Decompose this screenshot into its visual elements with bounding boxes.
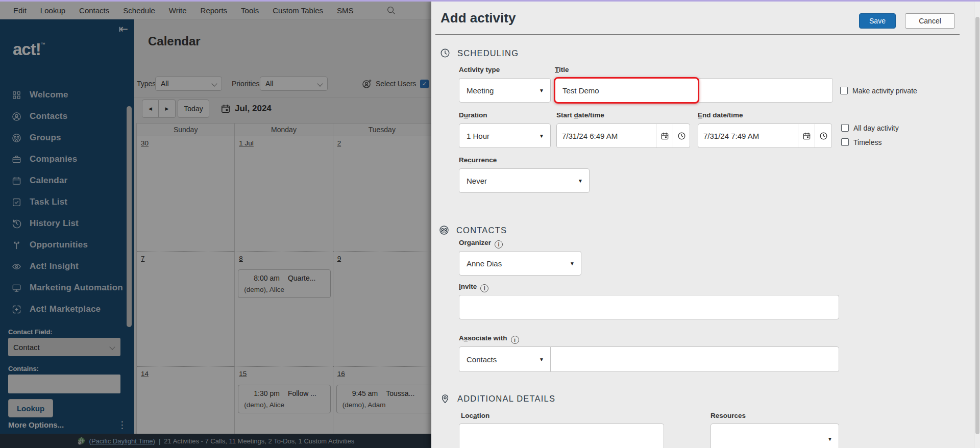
location-field-wrap (459, 424, 664, 448)
organizer-value: Anne Dias (467, 259, 502, 268)
dim-overlay (0, 0, 431, 448)
info-icon[interactable] (511, 336, 519, 344)
end-datetime-input[interactable] (698, 124, 798, 147)
associate-type-dropdown[interactable]: Contacts (459, 346, 551, 372)
resources-dropdown[interactable] (710, 424, 839, 448)
recurrence-label: Recurrence (459, 156, 497, 164)
duration-value: 1 Hour (467, 132, 489, 140)
start-datetime-input[interactable] (557, 124, 656, 147)
contacts-group-icon (438, 225, 450, 236)
location-label: Location (461, 412, 489, 419)
recurrence-value: Never (467, 177, 487, 185)
modal-title: Add activity (440, 10, 516, 26)
end-datetime-field (698, 123, 832, 148)
start-datetime-field (556, 123, 690, 148)
info-icon[interactable] (495, 240, 503, 248)
organizer-dropdown[interactable]: Anne Dias (459, 251, 581, 276)
start-time-picker-icon[interactable] (673, 124, 690, 147)
end-time-picker-icon[interactable] (815, 124, 831, 147)
additional-details-section-header: ADDITIONAL DETAILS (439, 393, 555, 404)
all-day-label: All day activity (853, 124, 899, 132)
additional-details-heading: ADDITIONAL DETAILS (457, 394, 555, 404)
activity-type-dropdown[interactable]: Meeting (459, 78, 551, 103)
background-app: Edit Lookup Contacts Schedule Write Repo… (0, 0, 431, 448)
title-field-wrap (555, 78, 833, 103)
make-private-checkbox[interactable] (840, 87, 848, 94)
page-scrollbar-thumb[interactable] (975, 17, 979, 434)
associate-input[interactable] (551, 347, 839, 371)
all-day-checkbox[interactable] (841, 124, 849, 132)
window-accent-strip (0, 0, 980, 2)
make-private-label: Make activity private (852, 87, 917, 95)
scheduling-heading: SCHEDULING (457, 48, 519, 58)
contacts-heading: CONTACTS (456, 226, 507, 235)
save-button[interactable]: Save (859, 13, 896, 29)
title-input[interactable] (555, 79, 832, 102)
invite-field-wrap (459, 295, 839, 319)
invite-input[interactable] (459, 295, 839, 319)
timeless-checkbox[interactable] (841, 138, 849, 146)
timeless-label: Timeless (853, 138, 882, 146)
end-datetime-label: End date/time (698, 111, 743, 119)
add-activity-panel: Add activity Save Cancel SCHEDULING Acti… (431, 0, 974, 448)
page-scrollbar[interactable] (974, 0, 980, 448)
invite-label: Invite (459, 283, 488, 292)
contacts-section-header: CONTACTS (438, 225, 507, 236)
duration-label: Duration (459, 111, 487, 119)
start-date-picker-icon[interactable] (656, 124, 673, 147)
cancel-button[interactable]: Cancel (905, 13, 955, 29)
duration-dropdown[interactable]: 1 Hour (459, 123, 551, 148)
end-date-picker-icon[interactable] (798, 124, 815, 147)
scheduling-section-header: SCHEDULING (439, 47, 519, 59)
clock-icon (439, 47, 451, 59)
title-label: Title (555, 66, 569, 73)
info-icon[interactable] (480, 284, 488, 292)
map-pin-icon (439, 393, 451, 404)
header-divider (435, 34, 960, 35)
resources-label: Resources (710, 412, 746, 419)
associate-with-label: Associate with (459, 334, 519, 344)
app-screen: Edit Lookup Contacts Schedule Write Repo… (0, 0, 980, 448)
associate-field-wrap (550, 346, 839, 372)
activity-type-value: Meeting (467, 86, 494, 95)
activity-type-label: Activity type (459, 66, 500, 73)
location-input[interactable] (459, 424, 664, 448)
associate-type-value: Contacts (467, 355, 497, 364)
organizer-label: Organizer (459, 239, 503, 248)
start-datetime-label: Start date/time (556, 111, 604, 119)
recurrence-dropdown[interactable]: Never (459, 168, 590, 193)
